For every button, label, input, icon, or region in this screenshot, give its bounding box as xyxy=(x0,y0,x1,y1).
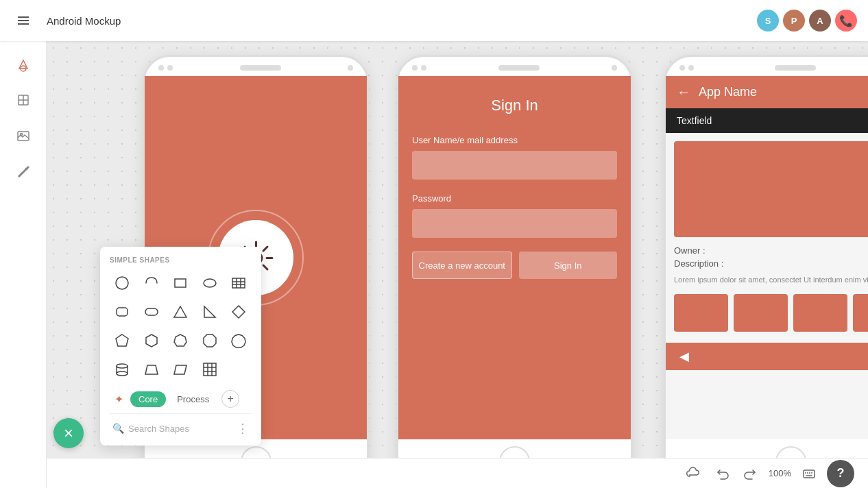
avatar-a[interactable]: A xyxy=(809,10,831,32)
undo-button[interactable] xyxy=(711,463,733,485)
redo-button[interactable] xyxy=(740,463,762,485)
svg-line-16 xyxy=(263,247,267,251)
svg-marker-28 xyxy=(174,306,186,317)
lorem-text: Lorem ipsum dolor sit amet, consectet Ut… xyxy=(674,274,868,286)
tab-process[interactable]: Process xyxy=(169,391,217,407)
shapes-grid xyxy=(110,271,252,382)
username-label: User Name/e mail address xyxy=(412,135,617,145)
phone-dot xyxy=(679,65,685,71)
owner-label: Owner : xyxy=(674,245,868,256)
shape-decagon[interactable] xyxy=(226,328,251,353)
shapes-tabs: ✦ Core Process + xyxy=(110,390,252,414)
svg-point-18 xyxy=(116,277,128,289)
shape-circle[interactable] xyxy=(110,271,134,295)
topbar: Android Mockup S P A 📞 xyxy=(0,0,868,41)
shape-triangle[interactable] xyxy=(168,300,193,324)
collaborators: S P A 📞 xyxy=(757,10,857,32)
sidebar-item-pen[interactable] xyxy=(8,156,38,186)
shape-right-triangle[interactable] xyxy=(197,300,222,324)
shape-octagon[interactable] xyxy=(197,328,222,353)
svg-marker-40 xyxy=(145,365,158,374)
left-sidebar xyxy=(0,41,47,488)
phone-dot xyxy=(158,65,164,71)
search-placeholder[interactable]: Search Shapes xyxy=(128,424,232,434)
phone3-screen: ← App Name Textfield Owner : Description… xyxy=(666,76,868,439)
username-input[interactable] xyxy=(412,151,617,180)
shape-heptagon[interactable] xyxy=(168,328,193,353)
shape-table[interactable] xyxy=(226,271,251,295)
shape-arc[interactable] xyxy=(139,271,164,295)
favorites-icon[interactable]: ✦ xyxy=(110,390,128,408)
phone-mockup-2: Sign In User Name/e mail address Passwor… xyxy=(396,55,633,486)
svg-rect-47 xyxy=(804,470,815,478)
zoom-level: 100% xyxy=(769,468,791,478)
phone-dot xyxy=(412,65,418,71)
sidebar-item-crop[interactable] xyxy=(8,85,38,115)
svg-rect-42 xyxy=(204,363,216,376)
sidebar-item-shapes[interactable] xyxy=(8,49,38,80)
tile-3 xyxy=(793,294,847,332)
phone-dot xyxy=(688,65,694,71)
shape-grid[interactable] xyxy=(197,357,222,382)
phone1-speaker xyxy=(240,65,281,71)
shape-stadium[interactable] xyxy=(139,300,164,324)
shape-cylinder[interactable] xyxy=(110,357,134,382)
create-account-button[interactable]: Create a new account xyxy=(412,252,512,279)
svg-marker-41 xyxy=(174,365,186,374)
phone2-content: Sign In User Name/e mail address Passwor… xyxy=(398,76,631,439)
phone-mockup-3: ← App Name Textfield Owner : Description… xyxy=(664,55,868,486)
phone3-image xyxy=(674,141,868,237)
cloud-button[interactable] xyxy=(682,463,704,485)
phone-dot xyxy=(612,65,617,71)
menu-button[interactable] xyxy=(11,8,36,33)
tab-core[interactable]: Core xyxy=(130,391,166,407)
phone3-content: ← App Name Textfield Owner : Description… xyxy=(666,76,868,439)
bottombar: 100% ? xyxy=(47,458,868,488)
phone3-appbar: ← App Name xyxy=(666,76,868,108)
phone2-screen: Sign In User Name/e mail address Passwor… xyxy=(398,76,631,439)
svg-marker-32 xyxy=(146,334,157,347)
textfield-bar[interactable]: Textfield xyxy=(666,108,868,133)
phone-dot xyxy=(421,65,426,71)
shape-hexagon[interactable] xyxy=(139,328,164,353)
signin-title: Sign In xyxy=(412,97,617,114)
svg-marker-35 xyxy=(232,334,245,347)
phone3-text: Owner : Description : Lorem ipsum dolor … xyxy=(666,245,868,286)
avatar-p[interactable]: P xyxy=(783,10,805,32)
shape-ellipse[interactable] xyxy=(197,271,222,295)
svg-rect-26 xyxy=(117,308,128,316)
shape-rectangle[interactable] xyxy=(168,271,193,295)
search-more-icon[interactable]: ⋮ xyxy=(237,421,249,436)
signin-button[interactable]: Sign In xyxy=(519,252,618,279)
shape-diamond[interactable] xyxy=(226,300,251,324)
add-tab-button[interactable]: + xyxy=(221,390,239,408)
shape-pentagon[interactable] xyxy=(110,328,134,353)
back-icon[interactable]: ← xyxy=(677,84,690,100)
phone2-notchbar xyxy=(398,57,631,76)
signin-buttons: Create a new account Sign In xyxy=(412,252,617,279)
shapes-panel: SIMPLE SHAPES xyxy=(100,247,261,446)
keyboard-button[interactable] xyxy=(798,463,820,485)
help-button[interactable]: ? xyxy=(827,460,854,487)
svg-point-20 xyxy=(204,279,216,287)
fab-button[interactable]: × xyxy=(53,418,84,448)
avatar-s[interactable]: S xyxy=(757,10,779,32)
prev-icon[interactable]: ◀ xyxy=(679,349,689,364)
password-input[interactable] xyxy=(412,209,617,238)
shape-trapezoid[interactable] xyxy=(139,357,164,382)
svg-marker-31 xyxy=(116,334,128,346)
phone3-notchbar xyxy=(666,57,868,76)
phone3-dots xyxy=(679,65,694,71)
phone3-speaker xyxy=(775,65,816,71)
appbar-title: App Name xyxy=(699,85,757,99)
sidebar-item-image[interactable] xyxy=(8,121,38,151)
canvas[interactable]: Sign In User Name/e mail address Passwor… xyxy=(47,41,868,488)
shape-parallelogram[interactable] xyxy=(168,357,193,382)
shape-rounded-rect[interactable] xyxy=(110,300,134,324)
shapes-section-title: SIMPLE SHAPES xyxy=(110,256,252,264)
tile-1 xyxy=(674,294,728,332)
phone-call-button[interactable]: 📞 xyxy=(835,10,857,32)
svg-rect-21 xyxy=(232,278,245,288)
phone3-tiles xyxy=(666,286,868,340)
svg-rect-27 xyxy=(145,308,158,315)
